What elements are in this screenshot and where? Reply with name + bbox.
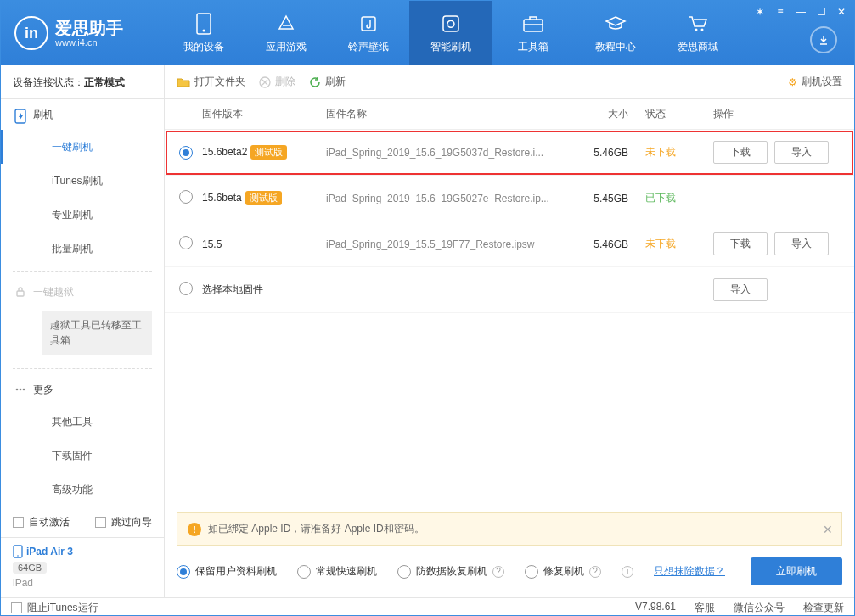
close-icon[interactable]: ✕ (835, 6, 847, 18)
toolbar: 打开文件夹 删除 刷新 ⚙ 刷机设置 (165, 65, 854, 99)
more-icon (14, 384, 26, 395)
opt-repair[interactable]: 修复刷机? (525, 564, 601, 579)
import-button[interactable]: 导入 (713, 278, 768, 301)
nav-ringtones[interactable]: 铃声壁纸 (327, 1, 409, 65)
table-header: 固件版本 固件名称 大小 状态 操作 (165, 99, 854, 130)
row-radio[interactable] (179, 190, 193, 204)
sidebar-advanced[interactable]: 高级功能 (1, 473, 164, 507)
device-panel: iPad Air 3 64GB iPad (1, 537, 164, 597)
row-radio[interactable] (179, 146, 193, 160)
open-folder-button[interactable]: 打开文件夹 (177, 75, 245, 89)
table-row[interactable]: 15.6beta2测试版iPad_Spring_2019_15.6_19G503… (165, 130, 854, 176)
sidebar-download-firmware[interactable]: 下载固件 (1, 439, 164, 473)
opt-antirecover[interactable]: 防数据恢复刷机? (397, 564, 504, 579)
device-name[interactable]: iPad Air 3 (13, 545, 152, 558)
svg-point-9 (16, 389, 19, 391)
appstore-icon (274, 12, 298, 36)
sidebar-itunes-flash[interactable]: iTunes刷机 (1, 164, 164, 198)
download-button[interactable]: 下载 (713, 141, 768, 164)
table-row[interactable]: 15.6beta测试版iPad_Spring_2019_15.6_19G5027… (165, 176, 854, 221)
sidebar-jailbreak-header: 一键越狱 (1, 277, 164, 307)
notice-close[interactable]: ✕ (823, 523, 833, 536)
firmware-status: 未下载 (645, 145, 713, 160)
wechat-link[interactable]: 微信公众号 (734, 601, 785, 615)
refresh-button[interactable]: 刷新 (309, 75, 346, 89)
graduation-icon (604, 12, 627, 36)
nav-tutorials[interactable]: 教程中心 (574, 1, 656, 65)
info-icon[interactable]: ? (492, 566, 504, 578)
sidebar-oneclick-flash[interactable]: 一键刷机 (1, 130, 164, 164)
device-storage: 64GB (13, 562, 47, 574)
sidebar-pro-flash[interactable]: 专业刷机 (1, 198, 164, 232)
nav-my-device[interactable]: 我的设备 (162, 1, 245, 65)
import-button[interactable]: 导入 (774, 232, 829, 255)
col-status: 状态 (645, 107, 713, 121)
auto-activate-checkbox[interactable] (13, 517, 24, 528)
nav-tabs: 我的设备 应用游戏 铃声壁纸 智能刷机 工具箱 教程中心 爱思商城 (162, 1, 854, 65)
jailbreak-note: 越狱工具已转移至工具箱 (42, 311, 152, 355)
download-indicator[interactable] (810, 26, 837, 53)
radio-icon (525, 565, 538, 579)
erase-link[interactable]: 只想抹除数据？ (654, 564, 725, 579)
device-status: 设备连接状态：正常模式 (1, 65, 164, 99)
notice-bar: ! 如已绑定 Apple ID，请准备好 Apple ID和密码。 ✕ (177, 512, 842, 546)
sidebar-other-tools[interactable]: 其他工具 (1, 405, 164, 439)
device-type: iPad (13, 577, 152, 589)
app-subtitle: www.i4.cn (55, 37, 123, 48)
firmware-status: 已下载 (645, 191, 713, 205)
nav-toolbox[interactable]: 工具箱 (492, 1, 574, 65)
row-radio[interactable] (179, 282, 193, 295)
auto-activate-row: 自动激活 跳过向导 (1, 507, 164, 537)
table-body: 15.6beta2测试版iPad_Spring_2019_15.6_19G503… (165, 130, 854, 313)
svg-rect-3 (443, 16, 458, 31)
svg-rect-8 (17, 291, 24, 296)
nav-store[interactable]: 爱思商城 (656, 1, 739, 65)
delete-button[interactable]: 删除 (259, 75, 295, 89)
table-row[interactable]: 选择本地固件导入 (165, 267, 854, 313)
flash-settings-button[interactable]: ⚙ 刷机设置 (788, 75, 842, 89)
firmware-status: 未下载 (645, 237, 713, 251)
sidebar-more-header[interactable]: 更多 (1, 374, 164, 405)
tablet-icon (13, 545, 23, 558)
firmware-version: 15.5 (202, 238, 222, 250)
svg-rect-4 (524, 20, 543, 31)
flash-now-button[interactable]: 立即刷机 (751, 557, 842, 585)
radio-icon (297, 565, 311, 579)
firmware-filename: iPad_Spring_2019_15.6_19G5037d_Restore.i… (326, 147, 586, 159)
nav-flash[interactable]: 智能刷机 (409, 1, 492, 65)
check-update[interactable]: 检查更新 (803, 601, 844, 615)
opt-quick[interactable]: 常规快速刷机 (297, 564, 377, 579)
logo: in 爱思助手 www.i4.cn (1, 16, 162, 50)
table-row[interactable]: 15.5iPad_Spring_2019_15.5_19F77_Restore.… (165, 221, 854, 267)
window-controls: ✶ ≡ — ☐ ✕ (754, 6, 847, 18)
col-version: 固件版本 (202, 107, 326, 121)
cart-icon (686, 12, 710, 36)
firmware-size: 5.46GB (586, 238, 645, 250)
info-icon[interactable]: i (622, 566, 633, 578)
sidebar-flash-header[interactable]: 刷机 (1, 99, 164, 130)
skin-icon[interactable]: ✶ (754, 6, 766, 18)
refresh-icon (439, 12, 463, 36)
content: 打开文件夹 删除 刷新 ⚙ 刷机设置 固件版本 固件名称 大小 状态 操作 15… (165, 65, 854, 597)
version-label: V7.98.61 (635, 601, 676, 615)
sidebar-batch-flash[interactable]: 批量刷机 (1, 232, 164, 266)
download-button[interactable]: 下载 (713, 232, 768, 255)
flash-options: 保留用户资料刷机 常规快速刷机 防数据恢复刷机? 修复刷机? i 只想抹除数据？… (177, 557, 842, 597)
radio-icon (397, 565, 411, 579)
customer-service[interactable]: 客服 (695, 601, 715, 615)
block-itunes-checkbox[interactable] (11, 602, 22, 613)
nav-apps[interactable]: 应用游戏 (245, 1, 327, 65)
row-radio[interactable] (179, 236, 193, 249)
minimize-icon[interactable]: — (795, 6, 807, 18)
svg-point-13 (17, 555, 19, 557)
skip-guide-checkbox[interactable] (95, 517, 106, 528)
opt-keep-data[interactable]: 保留用户资料刷机 (177, 564, 277, 579)
maximize-icon[interactable]: ☐ (815, 6, 827, 18)
radio-icon (177, 565, 190, 579)
svg-point-1 (202, 30, 205, 32)
menu-icon[interactable]: ≡ (774, 6, 786, 18)
import-button[interactable]: 导入 (774, 141, 829, 164)
info-icon[interactable]: ? (589, 566, 601, 578)
svg-point-10 (20, 389, 22, 391)
firmware-size: 5.46GB (586, 147, 645, 159)
